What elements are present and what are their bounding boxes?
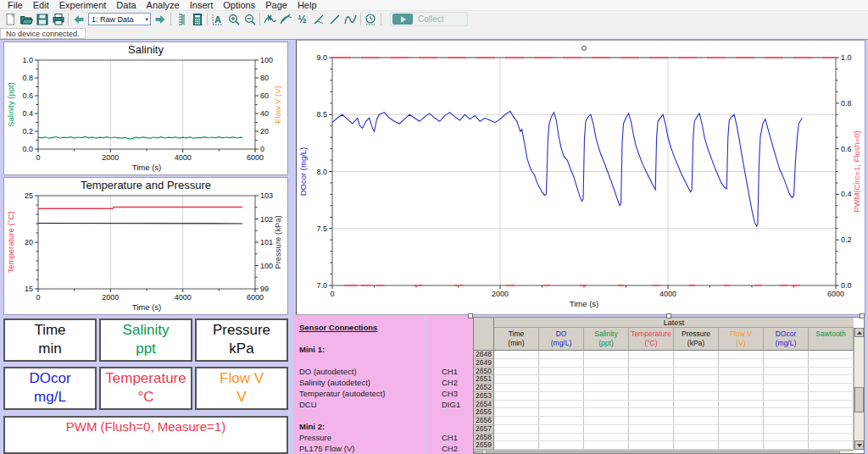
menu-item-help[interactable]: Help (292, 0, 322, 11)
table-cell (494, 351, 539, 358)
menu-item-insert[interactable]: Insert (185, 0, 219, 11)
temp-pressure-graph-title: Temperature and Pressure (4, 178, 287, 191)
svg-text:101: 101 (260, 238, 273, 246)
table-cell (494, 425, 539, 433)
table-cell (809, 401, 854, 408)
meter-box-pressure[interactable]: Pressure kPa (195, 318, 288, 362)
menu-item-analyze[interactable]: Analyze (142, 0, 185, 11)
calculator-icon[interactable] (189, 12, 205, 26)
curve-fit-icon[interactable] (342, 12, 359, 26)
scroll-down-button[interactable] (854, 440, 864, 450)
print-icon[interactable] (50, 12, 66, 26)
menu-item-page[interactable]: Page (260, 0, 292, 11)
data-collection-clock-icon[interactable] (363, 12, 379, 26)
meter-box-salinity[interactable]: Salinity ppt (99, 318, 192, 362)
table-column-header-pressure[interactable]: Pressure(kPa) (674, 328, 719, 351)
table-cell (539, 417, 584, 424)
table-column-header-time[interactable]: Time(min) (494, 328, 539, 351)
integral-icon[interactable] (310, 12, 326, 26)
tangent-icon[interactable] (278, 12, 294, 26)
table-cell (629, 368, 674, 375)
meter-box-flow-v[interactable]: Flow V V (195, 367, 288, 410)
table-cell (764, 417, 809, 424)
menu-item-experiment[interactable]: Experiment (54, 0, 112, 11)
table-row (494, 375, 854, 384)
salinity-graph-panel[interactable]: Salinity 0.00.20.40.60.81.00204060801000… (3, 42, 288, 175)
svg-text:20: 20 (260, 127, 269, 136)
vertical-scrollbar-thumb[interactable] (854, 387, 864, 412)
table-resize-handle-right[interactable] (860, 313, 865, 318)
save-icon[interactable] (34, 12, 50, 26)
open-file-icon[interactable] (18, 12, 34, 26)
previous-run-icon[interactable] (70, 12, 86, 26)
table-cell (584, 408, 629, 416)
zoom-in-icon[interactable] (225, 12, 242, 26)
table-row (494, 417, 854, 425)
sensor-connections-panel[interactable]: Sensor ConnectionsMini 1:DO (autodetect)… (293, 316, 425, 454)
svg-text:0.0: 0.0 (22, 145, 33, 153)
sensor-channel-line (442, 322, 473, 333)
svg-text:1.0: 1.0 (22, 56, 33, 64)
menu-item-options[interactable]: Options (218, 0, 260, 11)
collect-button[interactable]: Collect (390, 12, 468, 26)
svg-text:80: 80 (260, 74, 269, 82)
table-row (494, 408, 854, 417)
zoom-out-icon[interactable] (242, 12, 258, 26)
docor-graph[interactable]: 7.07.58.08.59.00.00.20.40.60.81.00200040… (297, 41, 865, 314)
examine-icon[interactable] (262, 12, 278, 26)
statistics-icon[interactable]: ½ (294, 12, 310, 26)
autoscale-icon[interactable]: A (209, 12, 225, 26)
table-resize-handle-center[interactable] (666, 313, 671, 318)
table-column-header-salinity[interactable]: Salinity(ppt) (584, 328, 629, 351)
table-cell (539, 434, 584, 441)
meter-box-time[interactable]: Time min (3, 318, 97, 362)
pwm-meter-box[interactable]: PWM (Flush=0, Measure=1) (3, 416, 288, 454)
docor-graph-panel[interactable]: 7.07.58.08.59.00.00.20.40.60.81.00200040… (296, 40, 865, 315)
next-run-icon[interactable] (153, 12, 169, 26)
svg-text:15: 15 (25, 285, 33, 293)
svg-text:0: 0 (36, 293, 40, 302)
table-column-header-flow-v[interactable]: Flow V(V) (719, 328, 764, 351)
table-column-header-temperature[interactable]: Temperature(°C) (629, 328, 674, 351)
table-horizontal-scrollbar[interactable] (474, 450, 854, 454)
svg-text:0.4: 0.4 (22, 109, 33, 118)
temp-pressure-graph[interactable]: 152025991001011021030200040006000Time (s… (4, 191, 286, 314)
table-resize-handle-left[interactable] (468, 313, 473, 318)
table-cell (674, 384, 719, 391)
svg-text:Time (s): Time (s) (132, 302, 161, 312)
table-column-header-docor[interactable]: DOcor(mg/L) (764, 328, 809, 351)
sensor-channel-line (442, 421, 473, 432)
toolbar-separator (68, 13, 69, 25)
new-document-icon[interactable] (2, 12, 18, 26)
meter-box-docor[interactable]: DOcor mg/L (3, 367, 97, 410)
data-table-icon[interactable] (173, 12, 189, 26)
scroll-up-button[interactable] (854, 328, 864, 337)
table-column-header-do[interactable]: DO(mg/L) (539, 328, 584, 351)
sensor-name-line: Salinity (autodetect) (299, 377, 425, 388)
table-row (494, 368, 854, 376)
sensor-channel-line (442, 344, 473, 355)
svg-text:4000: 4000 (175, 153, 192, 162)
meter-box-temperature[interactable]: Temperature °C (99, 367, 192, 410)
svg-text:99: 99 (260, 285, 269, 293)
temp-pressure-graph-panel[interactable]: Temperature and Pressure 152025991001011… (3, 177, 288, 315)
table-vertical-scrollbar[interactable] (854, 328, 864, 450)
salinity-graph[interactable]: 0.00.20.40.60.81.00204060801000200040006… (4, 56, 286, 174)
data-table[interactable]: Latest Time(min)DO(mg/L)Salinity(ppt)Tem… (473, 317, 865, 454)
table-cell (719, 351, 764, 358)
table-corner-cell (474, 318, 494, 351)
table-cell (629, 401, 674, 408)
menu-item-file[interactable]: File (3, 0, 28, 11)
device-status-text: No device connected. (0, 28, 86, 39)
table-body[interactable] (494, 351, 854, 450)
menu-item-data[interactable]: Data (111, 0, 141, 11)
table-column-header-sawtooth[interactable]: Sawtooth (809, 328, 854, 351)
svg-text:4000: 4000 (659, 290, 676, 298)
table-column-headers: Time(min)DO(mg/L)Salinity(ppt)Temperatur… (494, 328, 854, 351)
svg-text:0: 0 (36, 153, 40, 162)
linear-fit-icon[interactable] (326, 12, 342, 26)
menu-item-edit[interactable]: Edit (28, 0, 54, 11)
sensor-channels-panel[interactable]: CH1CH2CH3DIG1CH1CH2 (426, 316, 473, 454)
run-selector-dropdown[interactable]: 1: Raw Data ▾ (88, 13, 151, 25)
table-cell (494, 384, 539, 391)
